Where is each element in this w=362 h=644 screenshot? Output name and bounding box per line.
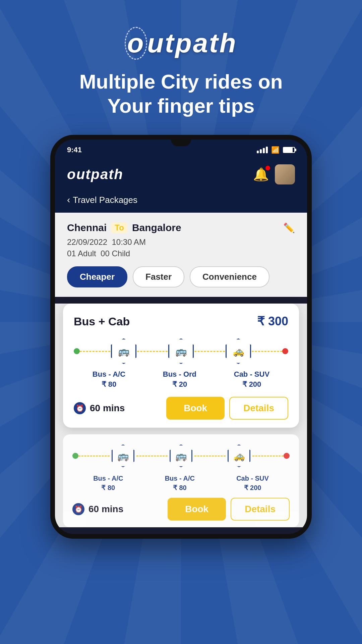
route-row: Chennai To Bangalore ✏️ (67, 222, 295, 233)
vehicle-node-1: 🚌 (110, 338, 137, 365)
avatar-image (275, 164, 295, 184)
search-card: Chennai To Bangalore ✏️ 22/09/2022 10:30… (55, 213, 307, 266)
vehicle-icon-3: 🚕 (233, 346, 244, 357)
vehicle-label-3: Cab - SUV (234, 370, 269, 379)
vehicle-price-1: ₹ 80 (102, 380, 117, 389)
vehicle-node-23: 🚕 (226, 442, 252, 469)
duration-text-2: 60 mins (88, 504, 123, 515)
segment-line-1 (80, 351, 110, 352)
status-icons: 📶 (257, 146, 295, 154)
trip-passengers: 01 Adult 00 Child (67, 249, 295, 258)
book-button-1[interactable]: Book (166, 397, 225, 420)
clock-icon: ⏰ (74, 402, 86, 414)
hex-shape-23: 🚕 (228, 444, 250, 467)
vehicle-icon-23: 🚕 (233, 450, 245, 462)
details-button-2[interactable]: Details (231, 498, 290, 521)
start-dot-2 (72, 453, 78, 459)
hex-node-22: 🚌 (168, 442, 194, 469)
vehicle-label-1: Bus - A/C (93, 370, 125, 379)
card-1-journey-row: 🚌 🚌 (74, 338, 288, 365)
signal-icon (257, 147, 268, 153)
destination-city: Bangalore (132, 222, 181, 233)
duration-text: 60 mins (90, 403, 125, 414)
card-1-actions: Book Details (166, 397, 288, 420)
avatar[interactable] (275, 164, 295, 184)
breadcrumb[interactable]: ‹ Travel Packages (55, 191, 307, 213)
vehicle-icon-2: 🚌 (175, 346, 187, 357)
card-1-price: ₹ 300 (257, 314, 288, 328)
segment-line-3 (194, 351, 225, 352)
card-2-actions: Book Details (168, 498, 290, 521)
card-1-title: Bus + Cab (74, 315, 130, 328)
battery-icon (283, 147, 295, 153)
seg-line-22 (136, 455, 168, 457)
hex-shape-21: 🚌 (112, 444, 134, 467)
logo-area: outpath (125, 27, 237, 60)
notification-bell[interactable]: 🔔 (253, 167, 269, 182)
card-2-labels-row: Bus - A/C ₹ 80 Bus - A/C ₹ 80 Cab - SUV … (72, 475, 290, 492)
card-1-header: Bus + Cab ₹ 300 (74, 314, 288, 328)
book-button-2[interactable]: Book (168, 498, 226, 521)
vehicle-icon-1: 🚌 (118, 346, 130, 357)
vehicle-node-22: 🚌 (168, 442, 194, 469)
filter-convenience[interactable]: Convenience (190, 266, 269, 287)
result-card-1: Bus + Cab ₹ 300 🚌 (63, 304, 299, 428)
clock-icon-2: ⏰ (72, 503, 84, 515)
seg-line-21 (78, 455, 110, 457)
v-label-22: Bus - A/C (165, 475, 195, 482)
vehicle-node-2: 🚌 (168, 338, 194, 365)
vehicle-label-2: Bus - Ord (163, 370, 196, 379)
v-label-col-21: Bus - A/C ₹ 80 (93, 475, 123, 492)
card-2-duration: ⏰ 60 mins (72, 503, 123, 515)
hex-node-1: 🚌 (110, 338, 137, 365)
route-info: Chennai To Bangalore (67, 222, 181, 233)
vehicle-icon-22: 🚌 (175, 450, 187, 462)
origin-city: Chennai (67, 222, 107, 233)
card-2-footer: ⏰ 60 mins Book Details (72, 498, 290, 521)
start-dot (74, 348, 80, 354)
end-dot-2 (284, 453, 290, 459)
app-logo: outpath (125, 27, 237, 60)
trip-date-time: 22/09/2022 10:30 AM (67, 237, 295, 247)
page-wrapper: outpath Multiple City rides on Your fing… (0, 0, 362, 644)
v-label-23: Cab - SUV (236, 475, 269, 482)
v-label-col-23: Cab - SUV ₹ 200 (236, 475, 269, 492)
header-right: 🔔 (253, 164, 295, 184)
segment-line-4 (252, 351, 282, 352)
hex-node-23: 🚕 (226, 442, 252, 469)
filter-faster[interactable]: Faster (133, 266, 184, 287)
vehicle-price-2: ₹ 20 (172, 380, 187, 389)
app-header-logo: outpath (67, 166, 123, 182)
seg-line-23 (194, 455, 226, 457)
card-1-labels-row: Bus - A/C ₹ 80 Bus - Ord ₹ 20 Cab - SUV … (74, 370, 288, 389)
edit-icon[interactable]: ✏️ (283, 222, 295, 233)
v-label-col-22: Bus - A/C ₹ 80 (165, 475, 195, 492)
result-card-2: 🚌 🚌 (63, 434, 299, 527)
status-time: 9:41 (67, 146, 82, 154)
hex-node-21: 🚌 (110, 442, 136, 469)
vehicle-node-3: 🚕 (225, 338, 252, 365)
phone-container: 9:41 📶 outpath 🔔 (50, 135, 312, 539)
details-button-1[interactable]: Details (229, 397, 288, 420)
notification-badge (265, 166, 270, 170)
filter-cheaper[interactable]: Cheaper (67, 266, 127, 287)
cards-area: Bus + Cab ₹ 300 🚌 (55, 304, 307, 527)
end-dot (282, 348, 288, 354)
card-2-journey-row: 🚌 🚌 (72, 442, 290, 469)
vehicle-label-col-1: Bus - A/C ₹ 80 (93, 370, 125, 389)
back-chevron-icon: ‹ (67, 195, 70, 205)
hex-shape-2: 🚌 (168, 338, 194, 364)
wifi-icon: 📶 (271, 146, 280, 154)
v-price-22: ₹ 80 (173, 484, 187, 492)
vehicle-node-21: 🚌 (110, 442, 136, 469)
logo-text-content: outpath (125, 28, 237, 58)
vehicle-label-col-2: Bus - Ord ₹ 20 (163, 370, 196, 389)
hex-shape-22: 🚌 (170, 444, 192, 467)
v-price-23: ₹ 200 (244, 484, 261, 492)
filter-bar: Cheaper Faster Convenience (55, 266, 307, 297)
hex-shape-1: 🚌 (111, 338, 136, 364)
card-1-duration: ⏰ 60 mins (74, 402, 125, 414)
hex-shape-3: 🚕 (226, 338, 251, 364)
hex-node-2: 🚌 (168, 338, 194, 365)
v-label-21: Bus - A/C (93, 475, 123, 482)
